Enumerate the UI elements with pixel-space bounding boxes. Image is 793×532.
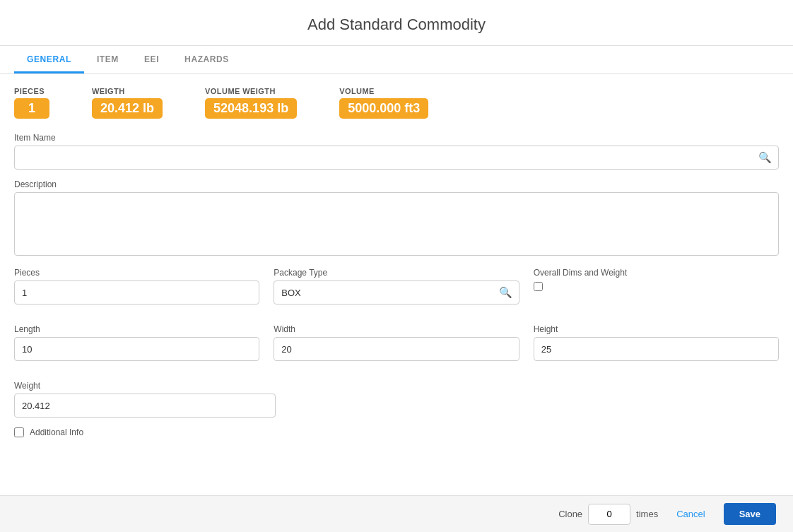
- summary-volume-weight: VOLUME WEIGTH 52048.193 lb: [205, 87, 297, 119]
- height-group: Height: [534, 324, 779, 361]
- tab-general[interactable]: GENERAL: [14, 46, 84, 73]
- length-group: Length: [14, 324, 259, 361]
- overall-dims-group: Overall Dims and Weight: [534, 268, 779, 305]
- summary-pieces-label: PIECES: [14, 87, 49, 95]
- item-name-search-icon[interactable]: 🔍: [758, 151, 772, 164]
- description-group: Description: [14, 179, 779, 258]
- item-name-group: Item Name 🔍: [14, 133, 779, 170]
- package-type-label: Package Type: [274, 268, 519, 278]
- package-type-input-wrapper: 🔍: [274, 280, 519, 305]
- additional-info-row: Additional Info: [14, 427, 779, 437]
- pieces-input[interactable]: [14, 280, 259, 305]
- tab-eei[interactable]: EEI: [131, 46, 172, 73]
- summary-weight-value: 20.412 lb: [92, 98, 163, 119]
- overall-dims-checkbox-wrapper: [534, 282, 779, 291]
- overall-dims-label: Overall Dims and Weight: [534, 268, 779, 278]
- tab-hazards[interactable]: HAZARDS: [172, 46, 242, 73]
- width-label: Width: [274, 324, 519, 334]
- tab-item[interactable]: ITEM: [84, 46, 131, 73]
- summary-pieces-value: 1: [14, 98, 49, 119]
- additional-info-label: Additional Info: [30, 427, 83, 437]
- item-name-input-wrapper: 🔍: [14, 146, 779, 170]
- form-body: Item Name 🔍 Description Pieces Package T…: [0, 126, 793, 451]
- height-label: Height: [534, 324, 779, 334]
- item-name-label: Item Name: [14, 133, 779, 143]
- package-type-input[interactable]: [274, 280, 519, 305]
- weight-group: Weight: [14, 381, 276, 418]
- length-label: Length: [14, 324, 259, 334]
- height-input[interactable]: [534, 337, 779, 361]
- description-label: Description: [14, 179, 779, 189]
- row-pieces-package-dims: Pieces Package Type 🔍 Overall Dims and W…: [14, 268, 779, 314]
- package-type-group: Package Type 🔍: [274, 268, 519, 305]
- summary-weight-label: WEIGTH: [92, 87, 163, 95]
- package-type-search-icon[interactable]: 🔍: [499, 286, 512, 299]
- overall-dims-checkbox[interactable]: [534, 282, 543, 291]
- width-group: Width: [274, 324, 519, 361]
- summary-volume-label: VOLUME: [339, 87, 428, 95]
- additional-info-checkbox[interactable]: [14, 427, 24, 437]
- item-name-input[interactable]: [14, 146, 779, 170]
- summary-volume-value: 5000.000 ft3: [339, 98, 428, 119]
- width-input[interactable]: [274, 337, 519, 361]
- page-title: Add Standard Commodity: [0, 16, 793, 34]
- row-length-width-height: Length Width Height: [14, 324, 779, 371]
- weight-label: Weight: [14, 381, 276, 391]
- tabs-bar: GENERAL ITEM EEI HAZARDS: [0, 46, 793, 74]
- summary-volume-weight-label: VOLUME WEIGTH: [205, 87, 297, 95]
- pieces-label: Pieces: [14, 268, 259, 278]
- summary-volume: VOLUME 5000.000 ft3: [339, 87, 428, 119]
- summary-pieces: PIECES 1: [14, 87, 49, 119]
- summary-bar: PIECES 1 WEIGTH 20.412 lb VOLUME WEIGTH …: [0, 74, 793, 126]
- description-textarea[interactable]: [14, 192, 779, 256]
- weight-input[interactable]: [14, 394, 276, 418]
- page-header: Add Standard Commodity: [0, 0, 793, 46]
- length-input[interactable]: [14, 337, 259, 361]
- summary-volume-weight-value: 52048.193 lb: [205, 98, 297, 119]
- pieces-group: Pieces: [14, 268, 259, 305]
- summary-weight: WEIGTH 20.412 lb: [92, 87, 163, 119]
